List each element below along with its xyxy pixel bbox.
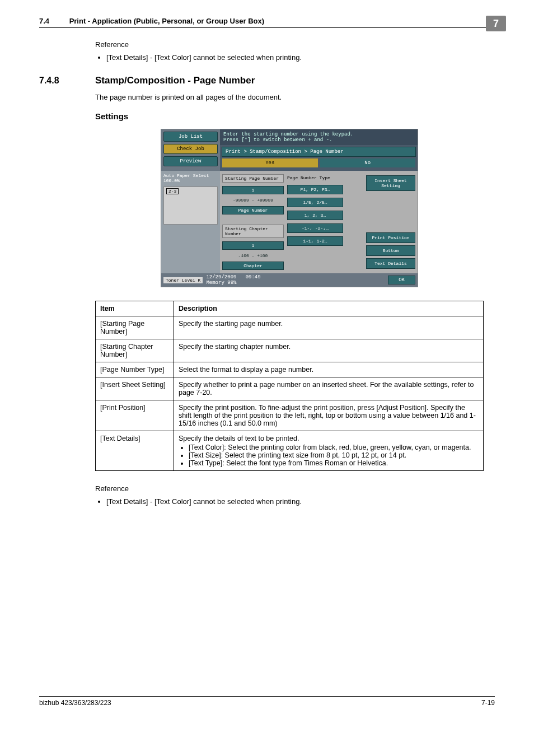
instruction-line-1: Enter the starting number using the keyp… [223,132,414,137]
paper-preview-thumbnail: 2-3 [163,186,218,225]
chapter-corner-tab: 7 [486,16,506,31]
starting-chapter-number-value[interactable]: 1 [222,241,284,250]
page-number-type-option-1[interactable]: P1, P2, P3… [287,185,343,194]
table-row: [Text Details] Specify the details of te… [96,431,484,471]
reference-heading-2: Reference [95,484,484,493]
starting-chapter-number-label: Starting Chapter Number [222,225,284,238]
toner-level-readout: Toner Level K [163,277,203,283]
device-screenshot: Job List Check Job Preview Enter the sta… [161,129,418,287]
page-number-type-label: Page Number Type [287,174,343,181]
header-section-number: 7.4 [39,17,67,25]
check-job-button[interactable]: Check Job [163,144,218,154]
instruction-line-2: Press [*] to switch between + and -. [223,137,414,143]
table-header-item: Item [96,301,174,316]
section-intro: The page number is printed on all pages … [95,93,484,101]
footer-product: bizhub 423/363/283/223 [39,699,111,707]
table-row: [Print Position] Specify the print posit… [96,400,484,431]
tab-yes[interactable]: Yes [222,158,318,167]
starting-page-range: -99999 - +99999 [222,198,284,203]
item-description-table: Item Description [Starting Page Number] … [95,301,484,471]
chapter-button[interactable]: Chapter [222,262,284,270]
status-time: 09:49 [246,274,261,280]
paper-preview-label: 2-3 [166,188,179,194]
table-header-description: Description [174,301,484,316]
page-number-type-option-4[interactable]: -1-, -2-,… [287,223,343,233]
print-position-button[interactable]: Print Position [366,232,415,243]
preview-button[interactable]: Preview [163,156,218,166]
insert-sheet-setting-button[interactable]: Insert Sheet Setting [366,175,415,191]
starting-page-number-value[interactable]: 1 [222,186,284,194]
page-running-header: 7.4 Print - Application (Public, Persona… [39,17,495,28]
table-row: [Insert Sheet Setting] Specify whether t… [96,377,484,400]
status-memory: Memory 99% [206,280,236,286]
reference-2-item: [Text Details] - [Text Color] cannot be … [106,497,484,506]
page-number-type-option-2[interactable]: 1/5, 2/5… [287,198,343,207]
table-row: [Starting Chapter Number] Specify the st… [96,339,484,362]
section-title: Stamp/Composition - Page Number [95,75,255,86]
header-section-title: Print - Application (Public, Personal, o… [69,17,264,25]
tab-no[interactable]: No [320,158,416,167]
auto-paper-select-readout: Auto Paper Select 100.0% [163,173,218,183]
starting-page-number-label: Starting Page Number [222,174,284,183]
table-row: [Starting Page Number] Specify the start… [96,316,484,339]
table-row: [Page Number Type] Select the format to … [96,362,484,377]
reference-heading-1: Reference [95,40,484,49]
section-number: 7.4.8 [39,76,95,86]
print-position-bottom-button[interactable]: Bottom [366,245,415,256]
starting-chapter-range: -100 - +100 [222,253,284,258]
settings-heading: Settings [95,111,484,121]
job-list-button[interactable]: Job List [163,132,218,142]
reference-1-item: [Text Details] - [Text Color] cannot be … [106,53,484,62]
breadcrumb: Print > Stamp/Composition > Page Number [222,147,416,157]
page-number-type-option-3[interactable]: 1, 2, 3… [287,211,343,220]
footer-page-number: 7-19 [481,699,495,707]
status-date: 12/29/2009 [206,274,236,280]
ok-button[interactable]: OK [388,276,415,284]
text-details-button[interactable]: Text Details [366,258,415,269]
page-number-type-option-5[interactable]: 1-1, 1-2… [287,236,343,246]
page-number-button[interactable]: Page Number [222,206,284,214]
